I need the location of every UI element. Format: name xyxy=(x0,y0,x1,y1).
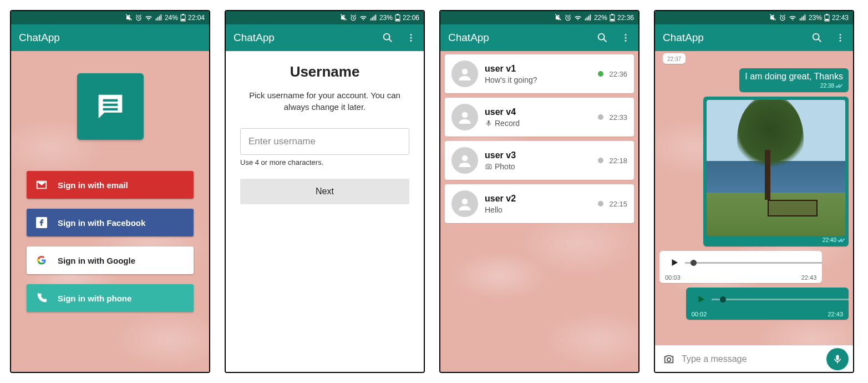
message-input[interactable] xyxy=(682,354,820,364)
play-icon[interactable] xyxy=(696,294,706,304)
read-receipt-icon xyxy=(837,238,845,243)
signin-phone-button[interactable]: Sign in with phone xyxy=(27,284,194,312)
username-description: Pick username for your account. You can … xyxy=(240,89,409,113)
svg-rect-2 xyxy=(182,14,184,15)
next-button[interactable]: Next xyxy=(240,179,409,204)
battery-icon xyxy=(824,14,830,22)
svg-point-14 xyxy=(410,37,412,39)
wifi-icon xyxy=(145,14,153,22)
overflow-menu-icon[interactable] xyxy=(621,33,631,43)
svg-point-24 xyxy=(462,69,468,75)
camera-icon[interactable] xyxy=(663,353,675,365)
status-bar: 22% 22:36 xyxy=(440,11,638,24)
chat-row[interactable]: user v2 Hello22:15 xyxy=(445,184,634,223)
alarm-icon xyxy=(349,14,357,22)
message-in-audio[interactable]: 00:03 22:43 xyxy=(659,251,822,283)
clock: 22:06 xyxy=(403,14,419,22)
svg-point-38 xyxy=(667,357,671,361)
signal-icon xyxy=(369,14,377,22)
username-input[interactable] xyxy=(240,128,409,155)
phone-username: 23% 22:06 ChatApp Username Pick username… xyxy=(225,10,425,373)
chat-name: user v3 xyxy=(485,150,591,160)
svg-point-21 xyxy=(625,34,627,36)
svg-point-36 xyxy=(840,37,841,39)
app-title: ChatApp xyxy=(19,32,60,44)
svg-rect-10 xyxy=(397,14,399,15)
svg-point-28 xyxy=(488,165,490,168)
search-icon[interactable] xyxy=(811,32,823,44)
presence-indicator xyxy=(598,201,603,206)
audio-timestamp: 22:43 xyxy=(801,274,817,281)
svg-rect-18 xyxy=(611,14,613,15)
chatlist-screen: user v1 How's it going?22:36user v4 Reco… xyxy=(440,51,638,372)
signin-facebook-button[interactable]: Sign in with Facebook xyxy=(27,209,194,236)
presence-indicator xyxy=(598,71,603,77)
message-timestamp: 22:37 xyxy=(667,56,681,62)
signin-google-label: Sign in with Google xyxy=(58,256,135,265)
avatar xyxy=(451,104,478,130)
svg-rect-19 xyxy=(611,19,614,21)
message-out-image[interactable]: 22:40 xyxy=(703,97,849,246)
svg-rect-26 xyxy=(488,120,490,123)
svg-point-20 xyxy=(598,34,605,40)
presence-indicator xyxy=(598,158,603,163)
message-out-text[interactable]: I am doing great, Thanks 22:38 xyxy=(739,68,849,92)
chat-preview: Record xyxy=(485,119,591,128)
overflow-menu-icon[interactable] xyxy=(406,33,416,43)
chat-row[interactable]: user v1 How's it going?22:36 xyxy=(445,54,634,93)
app-title: ChatApp xyxy=(234,32,275,44)
svg-point-22 xyxy=(625,37,627,39)
send-voice-button[interactable] xyxy=(826,348,849,370)
audio-seekbar[interactable] xyxy=(685,262,823,264)
chat-row[interactable]: user v3 Photo22:18 xyxy=(445,141,634,180)
signin-phone-label: Sign in with phone xyxy=(58,294,131,303)
phone-conversation: 23% 22:43 ChatApp 22:37 I am doing great… xyxy=(654,10,854,373)
chat-preview: Hello xyxy=(485,205,591,214)
battery-percent: 23% xyxy=(809,14,822,22)
alarm-icon xyxy=(779,14,786,22)
audio-seekbar[interactable] xyxy=(712,299,849,300)
play-icon[interactable] xyxy=(669,258,679,268)
signin-google-button[interactable]: Sign in with Google xyxy=(27,246,194,274)
battery-icon xyxy=(180,14,186,22)
signal-icon xyxy=(584,14,592,22)
svg-point-23 xyxy=(625,40,627,42)
email-icon xyxy=(35,179,48,191)
chat-preview: Photo xyxy=(485,162,591,171)
signin-screen: Sign in with email Sign in with Facebook… xyxy=(11,51,209,372)
clock: 22:43 xyxy=(832,14,849,22)
search-icon[interactable] xyxy=(382,32,394,44)
mute-icon xyxy=(769,14,776,22)
svg-point-34 xyxy=(813,34,819,40)
wifi-icon xyxy=(359,14,367,22)
chat-row[interactable]: user v4 Record22:33 xyxy=(445,98,634,137)
signin-email-button[interactable]: Sign in with email xyxy=(27,171,194,199)
mute-icon xyxy=(554,14,562,22)
app-title: ChatApp xyxy=(448,32,489,44)
message-list[interactable]: 22:37 I am doing great, Thanks 22:38 22:… xyxy=(655,51,853,345)
svg-point-37 xyxy=(840,40,841,42)
image-attachment[interactable] xyxy=(707,100,845,236)
svg-point-25 xyxy=(462,112,468,118)
svg-rect-6 xyxy=(103,108,118,110)
svg-rect-3 xyxy=(181,19,185,21)
battery-icon xyxy=(395,14,400,22)
status-bar: 23% 22:43 xyxy=(655,11,853,24)
message-out-audio[interactable]: 00:02 22:43 xyxy=(686,288,849,320)
svg-point-35 xyxy=(840,34,841,36)
overflow-menu-icon[interactable] xyxy=(835,33,845,43)
audio-timestamp: 22:43 xyxy=(828,311,843,318)
clock: 22:04 xyxy=(188,14,205,22)
audio-position: 00:03 xyxy=(665,274,681,281)
action-bar: ChatApp xyxy=(226,24,424,51)
status-bar: 24% 22:04 xyxy=(11,11,209,24)
alarm-icon xyxy=(135,14,143,22)
clock: 22:36 xyxy=(617,14,634,22)
search-icon[interactable] xyxy=(596,32,608,44)
message-timestamp: 22:38 xyxy=(820,83,834,89)
status-bar: 23% 22:06 xyxy=(226,11,424,24)
chat-name: user v1 xyxy=(485,64,591,74)
message-text: I am doing great, Thanks xyxy=(745,72,843,82)
signal-icon xyxy=(799,14,806,22)
phone-chatlist: 22% 22:36 ChatApp user v1 How's it going… xyxy=(439,10,639,373)
